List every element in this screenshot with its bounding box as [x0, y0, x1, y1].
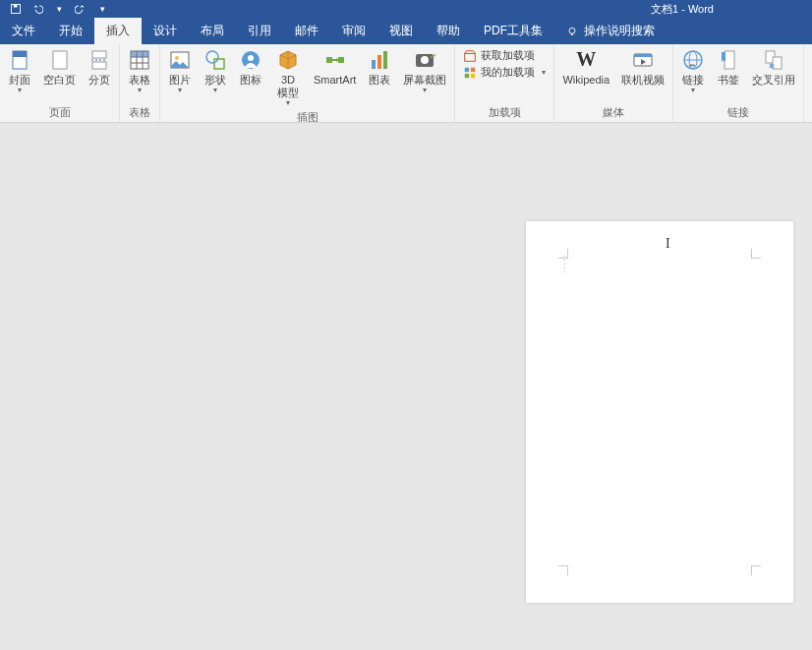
shapes-icon — [203, 48, 227, 72]
tab-pdf[interactable]: PDF工具集 — [472, 18, 554, 44]
group-illustrations: 图片▾ 形状▾ 图标 3D 模型▾ SmartArt 图表 — [160, 44, 455, 122]
chart-icon — [368, 48, 391, 72]
ribbon-tabs: 文件 开始 插入 设计 布局 引用 邮件 审阅 视图 帮助 PDF工具集 操作说… — [0, 18, 812, 44]
margin-corner-icon — [751, 249, 761, 259]
group-media-label: 媒体 — [558, 104, 668, 122]
video-icon — [631, 48, 655, 72]
svg-rect-24 — [372, 60, 376, 69]
tab-insert[interactable]: 插入 — [94, 18, 142, 44]
3d-models-button[interactable]: 3D 模型▾ — [270, 46, 306, 109]
svg-point-28 — [421, 56, 429, 64]
wikipedia-button[interactable]: W Wikipedia — [558, 46, 613, 89]
page-break-button[interactable]: 分页 — [84, 46, 115, 89]
link-button[interactable]: 链接▾ — [677, 46, 709, 96]
my-addins-button[interactable]: 我的加载项▾ — [463, 65, 546, 80]
svg-rect-34 — [465, 73, 469, 77]
store-icon — [463, 49, 477, 63]
undo-dropdown-icon[interactable]: ▾ — [53, 3, 65, 15]
online-video-button[interactable]: 联机视频 — [617, 46, 668, 89]
svg-rect-26 — [383, 51, 387, 69]
tab-help[interactable]: 帮助 — [425, 18, 472, 44]
table-button[interactable]: 表格▾ — [124, 46, 155, 96]
save-icon[interactable] — [10, 3, 22, 15]
comment-button[interactable]: + 批注 — [808, 46, 812, 89]
bookmark-icon — [717, 48, 740, 72]
text-cursor-icon: I — [666, 236, 670, 252]
addins-icon — [463, 66, 477, 80]
svg-point-2 — [569, 28, 575, 33]
group-illustrations-label: 插图 — [164, 109, 450, 123]
svg-point-18 — [206, 51, 218, 63]
svg-rect-6 — [53, 51, 67, 69]
tell-me-label: 操作说明搜索 — [584, 23, 655, 39]
chart-button[interactable]: 图表 — [364, 46, 395, 89]
crossref-icon — [762, 48, 785, 72]
tell-me-search[interactable]: 操作说明搜索 — [554, 18, 655, 44]
tab-mailings[interactable]: 邮件 — [283, 18, 330, 44]
group-tables: 表格▾ 表格 — [120, 44, 160, 122]
group-comments: + 批注 批注 — [804, 44, 812, 122]
svg-rect-37 — [634, 54, 652, 57]
smartart-button[interactable]: SmartArt — [310, 46, 360, 89]
icons-icon — [239, 48, 262, 72]
cover-page-button[interactable]: 封面▾ — [4, 46, 35, 96]
group-pages: 封面▾ 空白页 分页 页面 — [0, 44, 120, 122]
svg-rect-35 — [471, 73, 475, 77]
svg-rect-15 — [131, 51, 148, 57]
screenshot-icon: + — [413, 48, 436, 72]
group-media: W Wikipedia 联机视频 媒体 — [554, 44, 673, 122]
svg-point-21 — [248, 55, 254, 61]
lightbulb-icon — [566, 26, 578, 37]
quick-access-toolbar: ▾ ▾ — [0, 3, 108, 15]
svg-rect-7 — [92, 51, 106, 58]
paragraph-marks: ····· — [563, 254, 565, 273]
group-links-label: 链接 — [677, 104, 799, 122]
shapes-button[interactable]: 形状▾ — [200, 46, 231, 96]
redo-icon[interactable] — [75, 3, 87, 15]
screenshot-button[interactable]: + 屏幕截图▾ — [399, 46, 450, 96]
margin-corner-icon — [558, 565, 568, 575]
tab-view[interactable]: 视图 — [377, 18, 425, 44]
document-page[interactable]: I ····· — [526, 221, 793, 603]
tab-review[interactable]: 审阅 — [330, 18, 377, 44]
link-icon — [681, 48, 705, 72]
tab-design[interactable]: 设计 — [142, 18, 189, 44]
document-workspace[interactable]: I ····· — [0, 123, 812, 650]
tab-references[interactable]: 引用 — [236, 18, 283, 44]
group-tables-label: 表格 — [124, 104, 155, 122]
svg-rect-25 — [377, 55, 381, 69]
blank-page-icon — [48, 48, 72, 72]
ribbon: 封面▾ 空白页 分页 页面 表格▾ 表格 图片▾ — [0, 44, 812, 123]
tab-file[interactable]: 文件 — [0, 18, 47, 44]
pictures-icon — [168, 48, 192, 72]
icons-button[interactable]: 图标 — [235, 46, 266, 89]
table-icon — [128, 48, 151, 72]
tab-home[interactable]: 开始 — [47, 18, 94, 44]
group-comments-label: 批注 — [808, 104, 812, 122]
svg-rect-22 — [326, 57, 332, 63]
group-addins: 获取加载项 我的加载项▾ 加载项 — [455, 44, 554, 122]
svg-rect-3 — [571, 33, 573, 35]
svg-text:+: + — [433, 52, 436, 59]
title-bar: ▾ ▾ 文档1 - Word — [0, 0, 812, 18]
svg-rect-19 — [214, 59, 224, 69]
group-pages-label: 页面 — [4, 104, 115, 122]
crossref-button[interactable]: 交叉引用 — [748, 46, 799, 89]
svg-rect-32 — [465, 67, 469, 71]
bookmark-button[interactable]: 书签 — [713, 46, 744, 89]
tab-layout[interactable]: 布局 — [189, 18, 236, 44]
group-links: 链接▾ 书签 交叉引用 链接 — [673, 44, 804, 122]
undo-icon[interactable] — [31, 3, 43, 15]
svg-rect-8 — [92, 62, 106, 69]
window-title: 文档1 - Word — [651, 2, 714, 17]
blank-page-button[interactable]: 空白页 — [39, 46, 80, 89]
svg-rect-5 — [13, 51, 27, 57]
page-break-icon — [87, 48, 111, 72]
pictures-button[interactable]: 图片▾ — [164, 46, 196, 96]
wikipedia-icon: W — [574, 48, 598, 72]
smartart-icon — [323, 48, 347, 72]
svg-rect-41 — [725, 51, 734, 69]
qat-customize-icon[interactable]: ▾ — [96, 3, 108, 15]
get-addins-button[interactable]: 获取加载项 — [463, 48, 546, 63]
svg-point-17 — [175, 56, 179, 60]
